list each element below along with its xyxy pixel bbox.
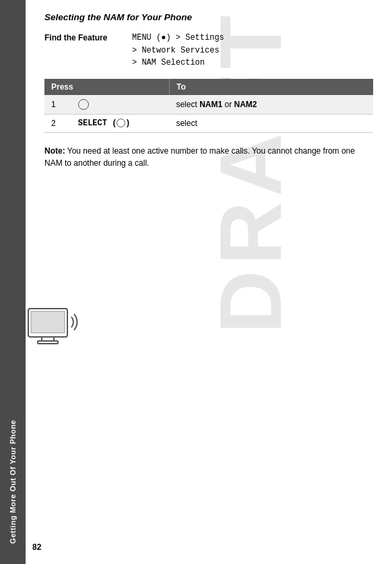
row2-num: 2 — [44, 114, 71, 132]
note-text: You need at least one active number to m… — [44, 146, 355, 168]
table-row: 2 SELECT () select — [44, 114, 373, 132]
feature-path-line2: > Network Services — [132, 46, 220, 55]
col-header-to: To — [169, 79, 373, 95]
col-header-press: Press — [44, 79, 169, 95]
page-title: Selecting the NAM for Your Phone — [44, 12, 373, 22]
feature-section: Find the Feature MENU (●) > Settings > N… — [44, 32, 373, 69]
feature-path: MENU (●) > Settings > Network Services >… — [132, 32, 224, 69]
feature-label: Find the Feature — [44, 32, 132, 42]
sidebar-label: Getting More Out Of Your Phone — [9, 420, 17, 544]
feature-path-line1: MENU (●) > Settings — [132, 33, 224, 42]
page-number: 82 — [32, 542, 41, 552]
svg-rect-1 — [31, 311, 65, 333]
nav-circle-icon — [78, 99, 89, 110]
row1-press — [71, 95, 170, 115]
center-circle-icon — [117, 119, 125, 127]
row2-to: select — [169, 114, 373, 132]
sidebar: Getting More Out Of Your Phone — [0, 0, 26, 564]
table-row: 1 select NAM1 or NAM2 — [44, 95, 373, 115]
main-content: Selecting the NAM for Your Phone Find th… — [26, 0, 392, 564]
instructions-table: Press To 1 select NAM1 or NAM2 2 SELECT … — [44, 79, 373, 133]
phone-illustration — [27, 303, 81, 353]
feature-path-line3: > NAM Selection — [132, 58, 205, 67]
row2-press: SELECT () — [71, 114, 170, 132]
row1-to: select NAM1 or NAM2 — [169, 95, 373, 115]
row1-num: 1 — [44, 95, 71, 115]
note-section: Note: You need at least one active numbe… — [44, 145, 373, 170]
table-header-row: Press To — [44, 79, 373, 95]
svg-rect-3 — [38, 341, 58, 344]
note-label: Note: — [44, 146, 65, 156]
